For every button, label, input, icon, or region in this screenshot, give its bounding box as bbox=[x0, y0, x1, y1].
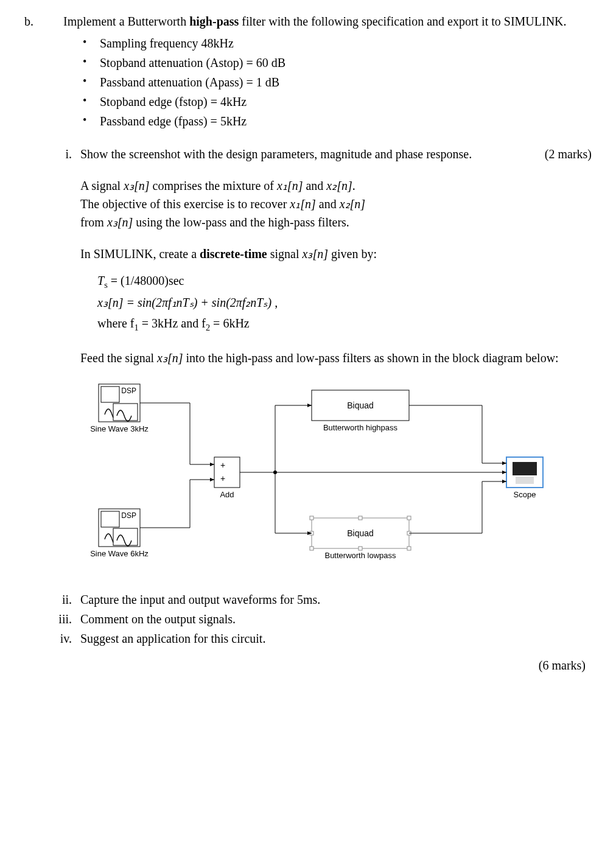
lowpass-block: Biquad Butterworth lowpass bbox=[310, 516, 411, 560]
final-marks: (6 marks) bbox=[24, 656, 592, 674]
sub-iv: iv. Suggest an application for this circ… bbox=[41, 629, 592, 648]
text-iii: Comment on the output signals. bbox=[80, 610, 592, 628]
content-b: Implement a Butterworth high-pass filter… bbox=[63, 12, 592, 145]
x3n: x₃[n] bbox=[124, 179, 149, 192]
label-b: b. bbox=[24, 12, 63, 145]
sub-ii: ii. Capture the input and output wavefor… bbox=[41, 590, 592, 609]
add-block: + + Add bbox=[214, 457, 240, 499]
hp-label: Butterworth highpass bbox=[323, 423, 398, 432]
sub-i-text: Show the screenshot with the design para… bbox=[80, 147, 472, 161]
label-ii: ii. bbox=[41, 590, 80, 609]
label-iii: iii. bbox=[41, 610, 80, 628]
svg-text:DSP: DSP bbox=[121, 387, 136, 395]
feed-para: Feed the signal x₃[n] into the high-pass… bbox=[80, 349, 592, 367]
label-iv: iv. bbox=[41, 629, 80, 648]
svg-text:+: + bbox=[220, 460, 225, 470]
svg-rect-23 bbox=[516, 477, 534, 484]
content-i: Show the screenshot with the design para… bbox=[80, 145, 592, 588]
intro-1: Implement a Butterworth bbox=[63, 15, 189, 28]
question-b: b. Implement a Butterworth high-pass fil… bbox=[24, 12, 592, 145]
eq-l2: x₃[n] = sin(2πf₁nTₛ) + sin(2πf₂nTₛ) , bbox=[97, 296, 278, 309]
sub-i-para: Show the screenshot with the design para… bbox=[80, 145, 592, 163]
sub-i-marks: (2 marks) bbox=[545, 145, 592, 163]
bullet-item: Passband edge (fpass) = 5kHz bbox=[83, 112, 592, 130]
sine3-label: Sine Wave 3kHz bbox=[90, 424, 149, 433]
intro-para: Implement a Butterworth high-pass filter… bbox=[63, 12, 592, 30]
mix-para: A signal x₃[n] comprises the mixture of … bbox=[80, 177, 592, 231]
sine-wave-6khz-block: DSP Sine Wave 6kHz bbox=[90, 509, 149, 558]
sine6-label: Sine Wave 6kHz bbox=[90, 549, 149, 558]
simulink-para: In SIMULINK, create a discrete-time sign… bbox=[80, 245, 592, 263]
intro-bold: high-pass bbox=[189, 15, 239, 28]
svg-rect-18 bbox=[407, 547, 411, 550]
x1n: x₁[n] bbox=[277, 179, 303, 192]
svg-rect-17 bbox=[359, 547, 362, 550]
bullet-item: Stopband edge (fstop) = 4kHz bbox=[83, 93, 592, 111]
sub-i: i. Show the screenshot with the design p… bbox=[41, 145, 592, 588]
bullet-item: Passband attenuation (Apass) = 1 dB bbox=[83, 73, 592, 91]
svg-text:DSP: DSP bbox=[121, 511, 136, 520]
svg-rect-15 bbox=[407, 516, 411, 520]
add-label: Add bbox=[220, 490, 234, 499]
text-ii: Capture the input and output waveforms f… bbox=[80, 590, 592, 609]
eq-l3: where f1 = 3kHz and f2 = 6kHz bbox=[97, 317, 250, 330]
spec-bullets: Sampling frequency 48kHz Stopband attenu… bbox=[83, 34, 592, 130]
discrete-bold: discrete-time bbox=[200, 247, 267, 261]
svg-rect-8 bbox=[214, 457, 240, 488]
svg-text:+: + bbox=[220, 474, 225, 483]
highpass-block: Biquad Butterworth highpass bbox=[312, 390, 409, 432]
x2n: x₂[n] bbox=[326, 179, 352, 192]
lp-text: Biquad bbox=[347, 528, 374, 538]
scope-label: Scope bbox=[514, 490, 536, 499]
block-diagram: DSP Sine Wave 3kHz DSP Sine Wave 6kHz bbox=[80, 372, 592, 582]
hp-text: Biquad bbox=[347, 401, 374, 410]
svg-rect-22 bbox=[513, 462, 537, 475]
sine-wave-3khz-block: DSP Sine Wave 3kHz bbox=[90, 384, 149, 433]
equation-block: Ts = (1/48000)sec x₃[n] = sin(2πf₁nTₛ) +… bbox=[97, 270, 592, 335]
svg-rect-16 bbox=[310, 547, 313, 550]
scope-block: Scope bbox=[506, 457, 543, 499]
sub-iii: iii. Comment on the output signals. bbox=[41, 610, 592, 628]
lp-label: Butterworth lowpass bbox=[324, 551, 396, 560]
text-iv: Suggest an application for this circuit. bbox=[80, 629, 592, 648]
diagram-svg: DSP Sine Wave 3kHz DSP Sine Wave 6kHz bbox=[68, 372, 567, 582]
bullet-item: Sampling frequency 48kHz bbox=[83, 34, 592, 52]
svg-rect-14 bbox=[359, 516, 362, 520]
svg-rect-13 bbox=[310, 516, 313, 520]
eq-l1: Ts = (1/48000)sec bbox=[97, 274, 184, 287]
bullet-item: Stopband attenuation (Astop) = 60 dB bbox=[83, 54, 592, 72]
intro-2: filter with the following specification … bbox=[239, 15, 566, 28]
final-subitems: ii. Capture the input and output wavefor… bbox=[41, 590, 592, 648]
